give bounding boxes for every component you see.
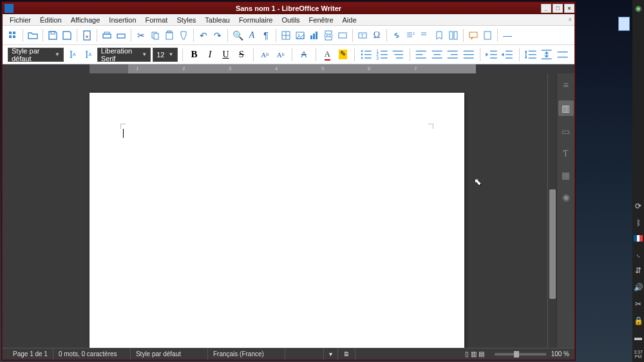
tray-battery-icon[interactable]: ▬ <box>634 333 643 342</box>
menu-format[interactable]: Format <box>141 16 173 24</box>
status-style[interactable]: Style par défaut <box>131 348 208 359</box>
menu-insertion[interactable]: Insertion <box>104 16 140 24</box>
underline-button[interactable]: U <box>219 48 232 62</box>
status-language[interactable]: Français (France) <box>208 348 285 359</box>
field-button[interactable] <box>336 28 350 43</box>
chart-button[interactable] <box>307 28 321 43</box>
status-signature[interactable]: 🗎 <box>338 348 355 359</box>
tray-lock-icon[interactable]: 🔒 <box>634 316 643 325</box>
font-size-combo[interactable]: 12 ▼ <box>153 48 178 62</box>
superscript-button[interactable]: Ab <box>258 48 271 62</box>
new-button[interactable] <box>6 28 20 43</box>
image-button[interactable] <box>293 28 307 43</box>
menu-fenetre[interactable]: Fenêtre <box>305 16 338 24</box>
tray-start-icon[interactable]: ◉ <box>634 4 643 13</box>
menu-aide[interactable]: Aide <box>338 16 361 24</box>
new-style-button[interactable]: IA <box>81 48 95 62</box>
titlebar[interactable]: Sans nom 1 - LibreOffice Writer _ □ × <box>3 3 574 14</box>
close-button[interactable]: × <box>564 4 574 13</box>
save-as-button[interactable] <box>60 28 74 43</box>
font-name-combo[interactable]: Liberation Serif ▼ <box>97 48 151 62</box>
table-button[interactable] <box>279 28 293 43</box>
copy-button[interactable] <box>148 28 162 43</box>
highlight-button[interactable]: ✎ <box>336 48 350 62</box>
find-button[interactable]: 🔍 <box>231 28 245 43</box>
spellcheck-button[interactable]: A <box>245 28 259 43</box>
increase-indent-button[interactable] <box>485 48 498 62</box>
status-selection-mode[interactable]: ▾ <box>324 348 338 359</box>
minimize-button[interactable]: _ <box>541 4 551 13</box>
outline-list-button[interactable] <box>391 48 404 62</box>
align-left-button[interactable] <box>414 48 428 62</box>
update-style-button[interactable]: IA <box>66 48 79 62</box>
page-break-button[interactable] <box>321 28 336 43</box>
zoom-slider-knob[interactable] <box>514 351 519 357</box>
status-view-icons[interactable]: ▯ ▥ ▤ <box>460 348 489 359</box>
tray-updates-icon[interactable]: ⟳ <box>634 202 643 211</box>
save-button[interactable] <box>46 28 60 43</box>
menu-styles[interactable]: Styles <box>172 16 200 24</box>
align-center-button[interactable] <box>430 48 444 62</box>
align-justify-button[interactable] <box>462 48 475 62</box>
menu-tableau[interactable]: Tableau <box>200 16 234 24</box>
tray-network-icon[interactable]: ⇵ <box>634 266 643 275</box>
redo-button[interactable]: ↷ <box>211 28 225 43</box>
document-scroll[interactable] <box>3 73 547 348</box>
bookmark-button[interactable] <box>432 28 446 43</box>
horizontal-ruler[interactable]: 1 2 3 4 5 6 7 <box>3 64 574 73</box>
bold-button[interactable]: B <box>187 48 201 62</box>
print-button[interactable] <box>100 28 114 43</box>
sidebar-navigator-icon[interactable]: ◉ <box>560 191 573 204</box>
bullet-list-button[interactable] <box>359 48 373 62</box>
cross-ref-button[interactable] <box>446 28 460 43</box>
footnote-button[interactable]: 1 <box>404 28 418 43</box>
sidebar-gallery-icon[interactable]: ▦ <box>560 169 573 182</box>
tray-keyboard-layout-icon[interactable] <box>634 235 643 242</box>
tray-wifi-icon[interactable]: ◟ <box>634 249 643 258</box>
comment-button[interactable] <box>466 28 480 43</box>
textbox-button[interactable]: T <box>355 28 370 43</box>
clone-format-button[interactable] <box>176 28 191 43</box>
status-insert-mode[interactable] <box>285 348 324 359</box>
sidebar-styles-icon[interactable]: Ƭ <box>560 147 573 160</box>
status-page[interactable]: Page 1 de 1 <box>8 348 53 359</box>
clear-format-button[interactable]: A <box>297 48 310 62</box>
subscript-button[interactable]: Ab <box>274 48 287 62</box>
menu-fichier[interactable]: Fichier <box>5 16 35 24</box>
status-word-count[interactable]: 0 mots, 0 caractères <box>53 348 131 359</box>
tray-clipboard-icon[interactable]: ✂ <box>634 300 643 309</box>
decrease-indent-button[interactable] <box>500 48 514 62</box>
open-button[interactable] <box>26 28 40 43</box>
menu-outils[interactable]: Outils <box>277 16 304 24</box>
strike-button[interactable]: S <box>234 48 248 62</box>
paragraph-style-combo[interactable]: Style par défaut ▼ <box>8 48 64 62</box>
align-right-button[interactable] <box>446 48 459 62</box>
menu-edition[interactable]: Édition <box>35 16 66 24</box>
tray-clock[interactable]: 3:37 PM <box>632 350 644 359</box>
line-spacing-button[interactable] <box>524 48 538 62</box>
zoom-slider[interactable] <box>495 353 546 356</box>
endnote-button[interactable] <box>418 28 432 43</box>
print-preview-button[interactable] <box>114 28 128 43</box>
paste-button[interactable] <box>162 28 176 43</box>
scrollbar-thumb[interactable] <box>549 189 556 299</box>
sidebar-page-icon[interactable]: ▭ <box>560 125 573 138</box>
number-list-button[interactable]: 123 <box>375 48 389 62</box>
hyperlink-button[interactable] <box>390 28 404 43</box>
document-close-icon[interactable]: × <box>568 16 572 23</box>
formatting-marks-button[interactable]: ¶ <box>259 28 273 43</box>
font-color-button[interactable]: A <box>321 48 334 62</box>
tray-bluetooth-icon[interactable]: ᛒ <box>634 218 643 227</box>
tray-volume-icon[interactable]: 🔊 <box>634 283 643 292</box>
desktop-file-icon[interactable] <box>618 17 630 31</box>
para-spacing-inc-button[interactable] <box>540 48 553 62</box>
document-page[interactable] <box>90 93 464 348</box>
undo-button[interactable]: ↶ <box>196 28 211 43</box>
export-pdf-button[interactable] <box>80 28 94 43</box>
cut-button[interactable]: ✂ <box>134 28 148 43</box>
sidebar-menu-icon[interactable]: ≡ <box>560 79 573 91</box>
status-zoom[interactable]: 100 % <box>551 350 569 357</box>
para-spacing-dec-button[interactable] <box>556 48 569 62</box>
line-button[interactable]: — <box>500 28 515 43</box>
special-char-button[interactable]: Ω <box>370 28 384 43</box>
